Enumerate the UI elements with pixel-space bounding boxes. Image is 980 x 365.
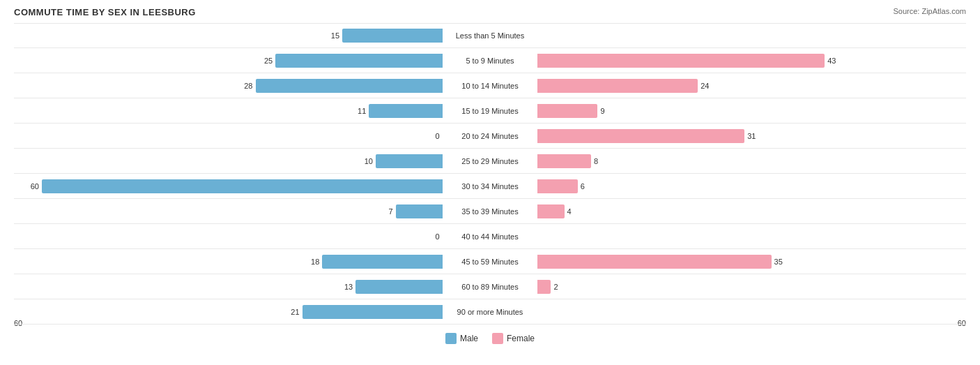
male-value: 13	[344, 283, 353, 291]
row-label: 35 to 39 Minutes	[443, 207, 538, 216]
row-label: 90 or more Minutes	[443, 308, 538, 316]
male-bar	[355, 280, 443, 294]
female-bar	[537, 154, 591, 168]
female-bar	[537, 54, 825, 68]
female-value: 31	[747, 132, 756, 140]
chart-row: 13 60 to 89 Minutes 2	[14, 274, 966, 299]
chart-container: COMMUTE TIME BY SEX IN LEESBURG Source: …	[0, 0, 980, 365]
male-value: 0	[436, 232, 440, 241]
chart-row: 25 5 to 9 Minutes 43	[14, 48, 966, 73]
chart-row: 7 35 to 39 Minutes 4	[14, 199, 966, 224]
row-label: 60 to 89 Minutes	[443, 283, 538, 291]
legend-male-color	[445, 333, 457, 344]
chart-row: 10 25 to 29 Minutes 8	[14, 149, 966, 174]
chart-row: 18 45 to 59 Minutes 35	[14, 249, 966, 274]
chart-row: 0 40 to 44 Minutes	[14, 224, 966, 249]
male-bar	[42, 179, 443, 193]
female-value: 8	[594, 157, 598, 165]
row-label: 5 to 9 Minutes	[443, 57, 538, 65]
legend: Male Female	[14, 333, 966, 344]
row-label: 45 to 59 Minutes	[443, 258, 538, 266]
chart-row: 11 15 to 19 Minutes 9	[14, 98, 966, 124]
chart-title: COMMUTE TIME BY SEX IN LEESBURG	[14, 7, 966, 17]
female-value: 4	[567, 207, 572, 216]
female-bar	[537, 179, 577, 193]
male-bar	[303, 305, 443, 319]
male-bar	[376, 154, 443, 168]
female-bar	[537, 104, 597, 118]
legend-male-label: Male	[460, 334, 478, 343]
male-value: 10	[365, 157, 373, 165]
row-label: 20 to 24 Minutes	[443, 132, 538, 140]
row-label: 15 to 19 Minutes	[443, 107, 538, 115]
legend-female-color	[492, 333, 503, 344]
female-value: 24	[700, 82, 709, 90]
source-label: Source: ZipAtlas.com	[893, 7, 966, 15]
row-label: 25 to 29 Minutes	[443, 157, 538, 165]
legend-female: Female	[492, 333, 535, 344]
row-label: 30 to 34 Minutes	[443, 182, 538, 191]
female-bar	[537, 129, 744, 143]
chart-row: 15 Less than 5 Minutes	[14, 23, 966, 48]
male-bar	[275, 54, 442, 68]
row-label: 40 to 44 Minutes	[443, 232, 538, 241]
legend-female-label: Female	[507, 334, 535, 343]
male-bar	[369, 104, 442, 118]
female-bar	[537, 204, 564, 218]
male-bar	[342, 29, 443, 43]
male-value: 18	[311, 258, 319, 266]
male-bar	[322, 255, 442, 269]
male-value: 28	[244, 82, 252, 90]
female-value: 6	[581, 182, 585, 191]
male-value: 60	[31, 182, 39, 191]
chart-row: 0 20 to 24 Minutes 31	[14, 124, 966, 149]
female-value: 35	[774, 258, 783, 266]
male-value: 11	[358, 107, 366, 115]
male-value: 7	[389, 207, 393, 216]
female-bar	[537, 255, 771, 269]
female-bar	[537, 79, 698, 93]
chart-area: 15 Less than 5 Minutes 25 5 to 9 Minutes	[14, 23, 966, 315]
male-bar	[396, 204, 443, 218]
row-label: 10 to 14 Minutes	[443, 82, 538, 90]
female-value: 43	[827, 57, 836, 65]
chart-row: 21 90 or more Minutes	[14, 299, 966, 325]
male-value: 21	[291, 308, 299, 316]
female-value: 2	[553, 283, 558, 291]
female-value: 9	[600, 107, 604, 115]
chart-row: 28 10 to 14 Minutes 24	[14, 73, 966, 98]
male-bar	[256, 79, 443, 93]
male-value: 15	[331, 31, 339, 40]
female-bar	[537, 280, 551, 294]
chart-row: 60 30 to 34 Minutes 6	[14, 174, 966, 199]
row-label: Less than 5 Minutes	[443, 31, 538, 40]
male-value: 25	[264, 57, 273, 65]
legend-male: Male	[445, 333, 478, 344]
male-value: 0	[436, 132, 440, 140]
